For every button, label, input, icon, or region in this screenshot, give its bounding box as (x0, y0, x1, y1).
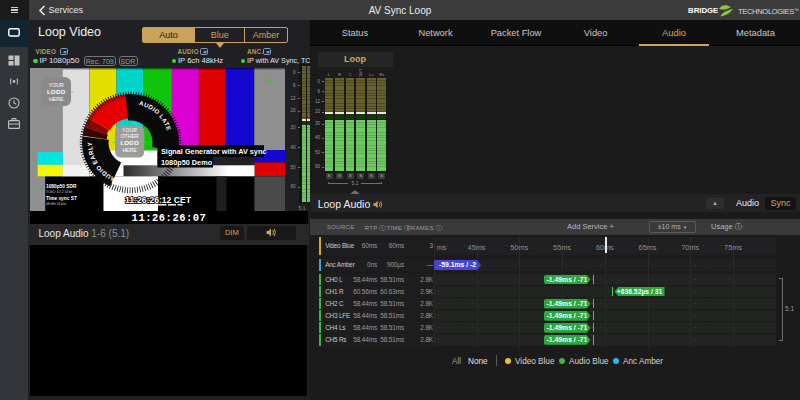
svg-text:OTHER: OTHER (120, 133, 138, 139)
svg-text:LOGO: LOGO (120, 139, 138, 146)
svg-text:Time sync ST: Time sync ST (46, 195, 77, 200)
svg-text:YCbCr 4:2:2 10 bit: YCbCr 4:2:2 10 bit (46, 189, 72, 193)
svg-text:HERE: HERE (48, 96, 63, 102)
svg-text:1080p50 Demo: 1080p50 Demo (161, 158, 213, 167)
svg-text:YOUR: YOUR (48, 81, 63, 87)
svg-text:11:26:26:12 CET: 11:26:26:12 CET (125, 194, 192, 204)
svg-text:HERE: HERE (122, 147, 137, 153)
svg-text:1080p50 SDR: 1080p50 SDR (46, 183, 77, 188)
svg-text:LOGO: LOGO (47, 88, 65, 95)
svg-text:48 kHz 24 bits: 48 kHz 24 bits (46, 201, 67, 205)
svg-text:Signal Generator with AV sync: Signal Generator with AV sync (161, 146, 266, 155)
